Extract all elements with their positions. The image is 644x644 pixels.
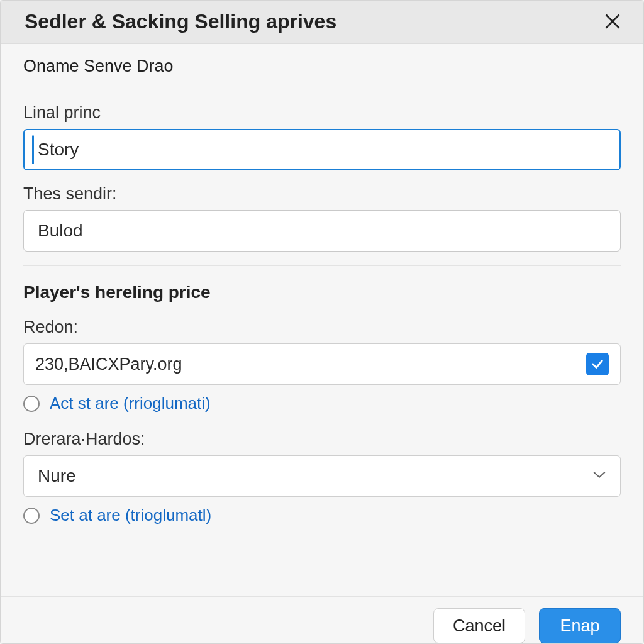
thes-label: Thes sendir:: [23, 184, 621, 204]
linal-label: Linal princ: [23, 103, 621, 123]
thes-input-value: Bulod: [38, 221, 83, 241]
radio2-label: Set at are (trioglumatl): [50, 506, 211, 525]
drerara-label: Drerara·Hardos:: [23, 430, 621, 449]
text-caret-icon: [87, 220, 88, 242]
check-icon: [591, 357, 604, 371]
redon-check-badge: [586, 353, 609, 375]
radio-icon: [23, 508, 40, 524]
cancel-button[interactable]: Cancel: [433, 608, 525, 643]
dialog-title: Sedler & Sacking Selling aprives: [25, 10, 599, 33]
primary-button[interactable]: Enap: [539, 608, 621, 643]
dialog-body: Linal princ Thes sendir: Bulod Player's …: [1, 89, 643, 596]
radio1-label: Act st are (rrioglumati): [50, 394, 211, 413]
redon-label: Redon:: [23, 318, 621, 337]
linal-input[interactable]: [23, 129, 621, 170]
radio-option-2[interactable]: Set at are (trioglumatl): [23, 506, 621, 525]
radio-icon: [23, 396, 40, 412]
radio-option-1[interactable]: Act st are (rrioglumati): [23, 394, 621, 413]
close-button[interactable]: [599, 8, 626, 35]
field-thes: Thes sendir: Bulod: [23, 184, 621, 252]
subheader: Oname Senve Drao: [1, 44, 643, 89]
chevron-down-icon: [592, 470, 606, 482]
dialog-footer: Cancel Enap: [1, 596, 643, 643]
close-icon: [604, 13, 621, 30]
field-linal: Linal princ: [23, 103, 621, 170]
subheader-text: Oname Senve Drao: [23, 57, 621, 76]
section-divider: [23, 265, 621, 266]
drerara-value: Nure: [38, 466, 592, 486]
field-drerara: Drerara·Hardos: Nure: [23, 430, 621, 497]
section2-heading: Player's hereling price: [23, 282, 621, 303]
input-caret-accent: [32, 135, 34, 164]
dialog-window: Sedler & Sacking Selling aprives Oname S…: [0, 0, 644, 644]
linal-input-wrap: [23, 129, 621, 170]
field-redon: Redon: 230,BAICXPary.org: [23, 318, 621, 385]
drerara-dropdown[interactable]: Nure: [23, 455, 621, 497]
redon-value: 230,BAICXPary.org: [35, 355, 586, 374]
thes-input[interactable]: Bulod: [23, 210, 621, 252]
titlebar: Sedler & Sacking Selling aprives: [1, 1, 643, 44]
redon-input[interactable]: 230,BAICXPary.org: [23, 343, 621, 385]
